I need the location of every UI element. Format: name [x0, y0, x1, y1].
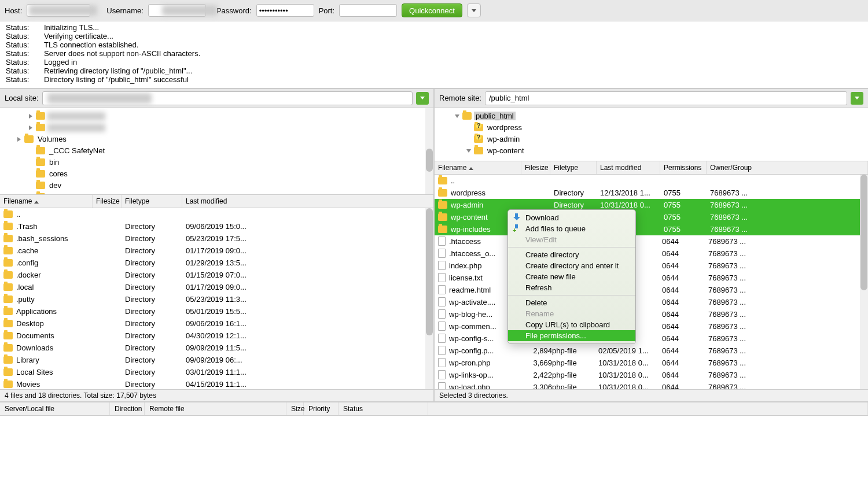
tree-item[interactable]: dev — [0, 180, 433, 191]
col-lastmod[interactable]: Last modified — [182, 195, 433, 208]
scrollbar[interactable] — [425, 208, 433, 389]
remote-site-input[interactable] — [485, 91, 847, 105]
file-row[interactable]: Movies Directory 04/15/2019 11:1... — [0, 378, 433, 389]
file-row[interactable]: wp-admin Directory 10/31/2018 0... 0755 … — [435, 199, 868, 211]
file-row[interactable]: Downloads Directory 09/09/2019 11:5... — [0, 342, 433, 354]
local-filelist[interactable]: .. .Trash Directory 09/06/2019 15:0... .… — [0, 208, 433, 389]
chevron-down-icon — [472, 9, 476, 12]
file-row[interactable]: wp-blog-he... 3 0... 0644 7689673 ... — [435, 308, 868, 320]
tree-item[interactable]: _CCC SafetyNet — [0, 145, 433, 157]
col-priority[interactable]: Priority — [304, 402, 339, 415]
file-row[interactable]: .config Directory 01/29/2019 13:5... — [0, 257, 433, 269]
file-row[interactable]: Library Directory 09/09/2019 06:... — [0, 354, 433, 366]
remote-filelist[interactable]: .. wordpress Directory 12/13/2018 1... 0… — [435, 175, 868, 389]
local-tree[interactable]: xxxxVolumes_CCC SafetyNetbincoresdevetc — [0, 108, 433, 195]
file-row[interactable]: .htaccess_o... 3 0... 0644 7689673 ... — [435, 247, 868, 260]
file-row[interactable]: .local Directory 01/17/2019 09:0... — [0, 281, 433, 293]
tree-item[interactable]: bin — [0, 157, 433, 168]
quickconnect-button[interactable]: Quickconnect — [402, 3, 462, 17]
disclosure-triangle-icon[interactable] — [455, 114, 459, 118]
file-row[interactable]: wp-config-s... 3 0... 0644 7689673 ... — [435, 332, 868, 345]
local-columns[interactable]: Filename Filesize Filetype Last modified — [0, 195, 433, 208]
tree-item[interactable]: Volumes — [0, 134, 433, 145]
context-item[interactable]: Copy URL(s) to clipboard — [508, 319, 635, 330]
file-row[interactable]: Applications Directory 05/01/2019 15:5..… — [0, 305, 433, 317]
folder-icon — [3, 368, 13, 376]
scrollbar[interactable] — [425, 108, 433, 194]
file-row[interactable]: wp-commen... 3 0... 0644 7689673 ... — [435, 320, 868, 332]
file-row[interactable]: Desktop Directory 09/06/2019 16:1... — [0, 317, 433, 330]
context-item[interactable]: File permissions... — [508, 330, 635, 341]
file-row[interactable]: .Trash Directory 09/06/2019 15:0... — [0, 220, 433, 232]
col-remote-file[interactable]: Remote file — [145, 402, 286, 415]
file-icon — [438, 346, 446, 355]
log-entry: Status:Logged in — [6, 58, 862, 67]
col-filename[interactable]: Filename — [435, 161, 521, 174]
local-site-dropdown[interactable] — [416, 92, 429, 105]
tree-item[interactable]: xx — [0, 122, 433, 134]
col-direction[interactable]: Direction — [110, 402, 145, 415]
file-row[interactable]: license.txt 3 0... 0644 7689673 ... — [435, 272, 868, 284]
tree-item[interactable]: etc — [0, 191, 433, 195]
file-row[interactable]: wp-config.p... 2,894 php-file 02/05/2019… — [435, 345, 868, 357]
file-row[interactable]: .. — [435, 175, 868, 187]
col-status[interactable]: Status — [339, 402, 428, 415]
password-input[interactable] — [256, 4, 314, 17]
queue-area[interactable] — [0, 416, 868, 468]
file-row[interactable]: index.php 3 0... 0644 7689673 ... — [435, 260, 868, 272]
tree-item[interactable]: wp-admin — [435, 134, 868, 145]
file-row[interactable]: readme.html 3 0... 0644 7689673 ... — [435, 284, 868, 296]
file-row[interactable]: .htaccess 3 0... 0644 7689673 ... — [435, 235, 868, 247]
remote-tree[interactable]: public_htmlwordpresswp-adminwp-content — [435, 108, 868, 161]
col-filesize[interactable]: Filesize — [521, 161, 550, 174]
context-item[interactable]: Add files to queue — [508, 223, 635, 234]
context-item[interactable]: Download — [508, 212, 635, 223]
context-item[interactable]: Create directory and enter it — [508, 260, 635, 271]
tree-item[interactable]: xx — [0, 110, 433, 122]
file-row[interactable]: Local Sites Directory 03/01/2019 11:1... — [0, 366, 433, 378]
col-server-file[interactable]: Server/Local file — [0, 402, 110, 415]
col-lastmod[interactable]: Last modified — [597, 161, 660, 174]
file-row[interactable]: wordpress Directory 12/13/2018 1... 0755… — [435, 187, 868, 199]
tree-item[interactable]: wordpress — [435, 122, 868, 134]
file-row[interactable]: wp-content 0755 7689673 ... — [435, 211, 868, 223]
file-row[interactable]: .. — [0, 208, 433, 220]
col-filetype[interactable]: Filetype — [122, 195, 182, 208]
tree-item[interactable]: wp-content — [435, 145, 868, 157]
disclosure-triangle-icon[interactable] — [29, 114, 32, 119]
disclosure-triangle-icon[interactable] — [17, 137, 21, 142]
folder-icon — [462, 112, 472, 120]
file-row[interactable]: wp-links-op... 2,422 php-file 10/31/2018… — [435, 369, 868, 381]
disclosure-triangle-icon[interactable] — [466, 149, 471, 153]
file-row[interactable]: .putty Directory 05/23/2019 11:3... — [0, 293, 433, 305]
scrollbar[interactable] — [860, 175, 868, 389]
context-item[interactable]: Delete — [508, 297, 635, 308]
disclosure-triangle-icon[interactable] — [29, 125, 32, 130]
queue-headers[interactable]: Server/Local file Direction Remote file … — [0, 401, 868, 416]
col-size[interactable]: Size — [286, 402, 304, 415]
col-filetype[interactable]: Filetype — [550, 161, 597, 174]
quickconnect-history-dropdown[interactable] — [467, 3, 481, 17]
file-row[interactable]: wp-cron.php 3,669 php-file 10/31/2018 0.… — [435, 357, 868, 369]
context-item[interactable]: Refresh — [508, 282, 635, 293]
col-filesize[interactable]: Filesize — [93, 195, 122, 208]
local-pane: Local site: xxxxVolumes_CCC SafetyNetbin… — [0, 89, 435, 401]
tree-item[interactable]: public_html — [435, 110, 868, 122]
file-row[interactable]: Documents Directory 04/30/2019 12:1... — [0, 330, 433, 342]
context-item[interactable]: Create new file — [508, 271, 635, 282]
port-input[interactable] — [339, 4, 397, 17]
file-row[interactable]: wp-load.php 3,306 php-file 10/31/2018 0.… — [435, 381, 868, 389]
file-icon — [438, 297, 446, 306]
col-permissions[interactable]: Permissions — [660, 161, 707, 174]
file-row[interactable]: .bash_sessions Directory 05/23/2019 17:5… — [0, 232, 433, 245]
context-item[interactable]: Create directory — [508, 249, 635, 260]
file-row[interactable]: wp-includes 3 0... 0755 7689673 ... — [435, 223, 868, 235]
col-filename[interactable]: Filename — [0, 195, 93, 208]
file-row[interactable]: wp-activate.... 3 0... 0644 7689673 ... — [435, 296, 868, 308]
col-owner[interactable]: Owner/Group — [707, 161, 868, 174]
remote-columns[interactable]: Filename Filesize Filetype Last modified… — [435, 161, 868, 175]
tree-item[interactable]: cores — [0, 168, 433, 180]
remote-site-dropdown[interactable] — [851, 92, 863, 105]
file-row[interactable]: .cache Directory 01/17/2019 09:0... — [0, 245, 433, 257]
file-row[interactable]: .docker Directory 01/15/2019 07:0... — [0, 269, 433, 281]
